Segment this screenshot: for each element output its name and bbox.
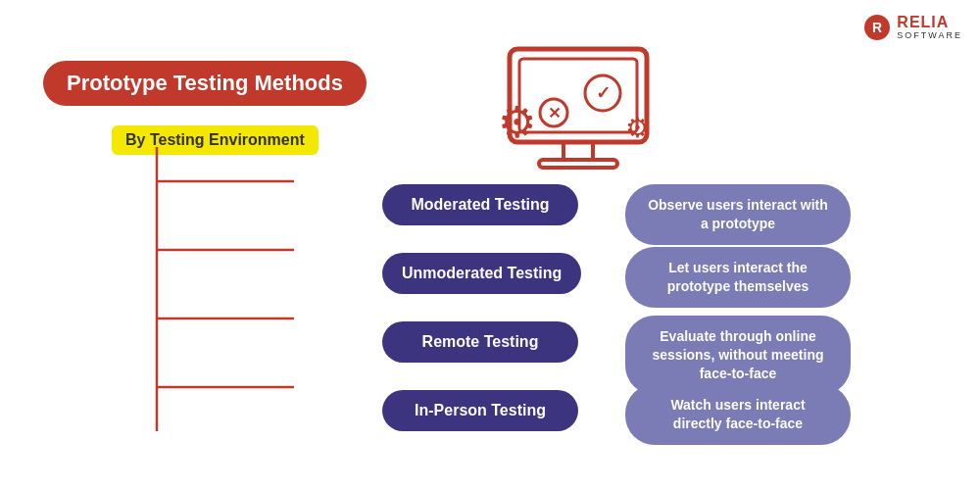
method-label-0: Moderated Testing <box>411 196 549 213</box>
desc-text-3: Watch users interact directly face-to-fa… <box>670 397 805 431</box>
method-label-2: Remote Testing <box>422 333 539 350</box>
logo: R RELIA SOFTWARE <box>863 14 962 41</box>
desc-text-0: Observe users interact with a prototype <box>648 197 828 231</box>
desc-pill-inperson: Watch users interact directly face-to-fa… <box>625 384 851 445</box>
method-pill-inperson: In-Person Testing <box>382 390 578 431</box>
env-label: By Testing Environment <box>125 131 305 148</box>
method-pill-moderated: Moderated Testing <box>382 184 578 225</box>
desc-pill-moderated: Observe users interact with a prototype <box>625 184 851 245</box>
monitor-svg: ✓ ✕ ⚙ ⚙ <box>480 39 676 206</box>
logo-software: SOFTWARE <box>897 31 962 41</box>
desc-pill-remote: Evaluate through online sessions, withou… <box>625 316 851 395</box>
svg-text:✕: ✕ <box>548 105 561 122</box>
svg-text:✓: ✓ <box>596 83 611 103</box>
page-title: Prototype Testing Methods <box>67 71 343 95</box>
tree-lines-svg <box>137 147 392 451</box>
desc-text-2: Evaluate through online sessions, withou… <box>652 328 823 381</box>
method-pill-unmoderated: Unmoderated Testing <box>382 253 581 294</box>
logo-icon: R <box>863 14 891 41</box>
method-label-3: In-Person Testing <box>415 402 546 418</box>
desc-text-1: Let users interact the prototype themsel… <box>667 260 809 294</box>
monitor-illustration: ✓ ✕ ⚙ ⚙ <box>480 39 676 206</box>
svg-text:R: R <box>872 20 882 35</box>
svg-text:⚙: ⚙ <box>625 113 650 143</box>
logo-relia: RELIA <box>897 14 962 31</box>
svg-rect-5 <box>539 160 617 168</box>
title-badge: Prototype Testing Methods <box>43 61 367 106</box>
svg-rect-4 <box>564 142 593 160</box>
method-pill-remote: Remote Testing <box>382 321 578 363</box>
svg-text:⚙: ⚙ <box>498 98 536 146</box>
desc-pill-unmoderated: Let users interact the prototype themsel… <box>625 247 851 308</box>
logo-text: RELIA SOFTWARE <box>897 14 962 40</box>
method-label-1: Unmoderated Testing <box>402 265 562 281</box>
